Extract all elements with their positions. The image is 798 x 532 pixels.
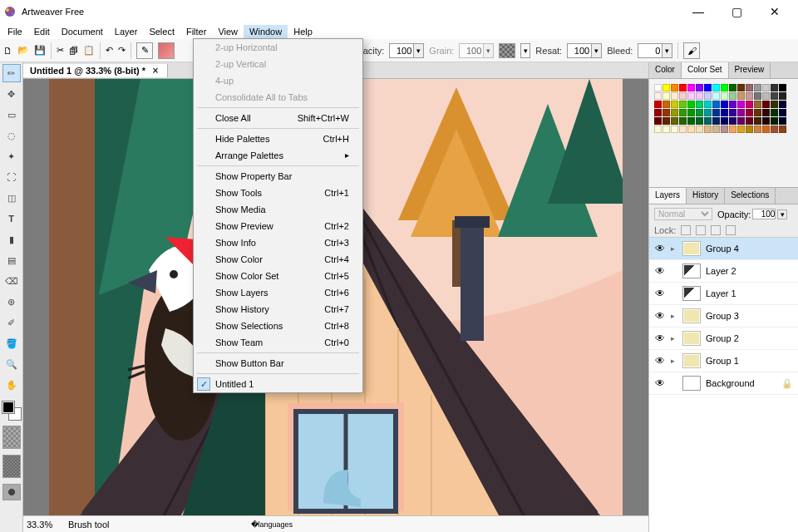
menu-layer[interactable]: Layer (109, 25, 144, 38)
color-swatch[interactable] (687, 126, 695, 133)
color-swatch[interactable] (754, 84, 761, 91)
color-swatch[interactable] (737, 92, 745, 100)
color-swatch[interactable] (746, 84, 753, 91)
color-swatch[interactable] (654, 126, 662, 133)
color-swatch[interactable] (671, 84, 678, 91)
document-tab[interactable]: Untitled 1 @ 33.3% (8-bit) * × (23, 64, 168, 77)
color-swatch[interactable] (679, 126, 687, 133)
color-swatch[interactable] (704, 109, 712, 116)
expand-icon[interactable]: ▸ (671, 312, 677, 320)
eraser-tool-icon[interactable]: ⌫ (2, 272, 21, 290)
layer-row[interactable]: 👁▸Group 4 (649, 238, 798, 260)
save-file-icon[interactable]: 💾 (34, 45, 46, 56)
color-set-grid[interactable] (649, 79, 798, 138)
brush-variant-icon[interactable] (158, 42, 175, 59)
color-swatch[interactable] (679, 101, 687, 108)
color-swatch[interactable] (663, 92, 670, 100)
tab-history[interactable]: History (687, 188, 725, 204)
layer-opacity-input[interactable] (752, 209, 776, 219)
menu-window[interactable]: Window (244, 25, 288, 38)
color-swatch[interactable] (679, 117, 687, 125)
color-swatch[interactable] (654, 117, 662, 125)
color-swatch[interactable] (663, 117, 670, 125)
menu-item[interactable]: Show Property Bar (194, 168, 362, 185)
open-file-icon[interactable]: 📂 (17, 45, 29, 56)
color-swatch[interactable] (721, 117, 728, 125)
texture-swatch[interactable] (499, 43, 515, 58)
redo-icon[interactable]: ↷ (118, 45, 126, 56)
color-swatch[interactable] (712, 101, 720, 108)
lock-transparency-icon[interactable] (681, 225, 691, 235)
color-swatch[interactable] (721, 84, 728, 91)
color-swatch[interactable] (762, 84, 770, 91)
color-swatch[interactable] (696, 92, 703, 100)
menu-item[interactable]: Hide PalettesCtrl+H (194, 131, 362, 147)
menu-file[interactable]: File (2, 25, 28, 38)
menu-item[interactable]: Show Media (194, 201, 362, 218)
menu-item[interactable]: Show TeamCtrl+0 (194, 334, 362, 351)
perspective-tool-icon[interactable]: ◫ (2, 189, 21, 207)
menu-view[interactable]: View (212, 25, 244, 38)
color-swatch[interactable] (762, 126, 770, 133)
visibility-icon[interactable]: 👁 (654, 265, 666, 277)
color-swatch[interactable] (679, 84, 687, 91)
menu-item[interactable]: Show SelectionsCtrl+8 (194, 318, 362, 334)
visibility-icon[interactable]: 👁 (654, 332, 666, 344)
color-swatch[interactable] (663, 109, 670, 116)
marquee-tool-icon[interactable]: ▭ (2, 106, 21, 124)
color-swatch[interactable] (663, 101, 670, 108)
brush-options-icon[interactable]: 🖌 (683, 42, 700, 59)
color-swatch[interactable] (704, 126, 712, 133)
color-swatch[interactable] (687, 92, 695, 100)
color-swatch[interactable] (737, 101, 745, 108)
lasso-tool-icon[interactable]: ◌ (2, 126, 21, 145)
color-swatch[interactable] (712, 84, 720, 91)
color-swatch[interactable] (771, 117, 778, 125)
menu-document[interactable]: Document (56, 25, 109, 38)
menu-item[interactable]: Show HistoryCtrl+7 (194, 301, 362, 318)
color-swatch[interactable] (771, 109, 778, 116)
color-swatch[interactable] (696, 101, 703, 108)
color-swatch[interactable] (771, 92, 778, 100)
brush-preview-icon[interactable]: ✎ (136, 42, 153, 59)
layer-row[interactable]: 👁Background🔒 (649, 372, 798, 395)
color-swatch[interactable] (671, 126, 678, 133)
menu-item[interactable]: Show Color SetCtrl+5 (194, 268, 362, 284)
new-file-icon[interactable]: 🗋 (3, 46, 12, 56)
color-swatch[interactable] (712, 117, 720, 125)
color-swatch[interactable] (704, 117, 712, 125)
visibility-icon[interactable]: 👁 (654, 377, 666, 389)
color-swatch[interactable] (779, 117, 786, 125)
color-swatch[interactable] (754, 92, 761, 100)
color-swatch[interactable] (737, 117, 745, 125)
layer-opacity-dropdown-icon[interactable]: ▾ (777, 209, 787, 219)
color-swatch[interactable] (712, 109, 720, 116)
tab-selections[interactable]: Selections (725, 188, 776, 204)
copy-icon[interactable]: 🗐 (69, 46, 78, 56)
status-zoom[interactable]: 33.3% (27, 520, 60, 530)
lock-all-icon[interactable] (726, 225, 736, 235)
color-swatch[interactable] (654, 84, 662, 91)
grain-input[interactable]: ▾ (459, 43, 494, 58)
color-swatch[interactable] (754, 101, 761, 108)
color-swatch[interactable] (762, 109, 770, 116)
color-swatch[interactable] (729, 101, 736, 108)
color-swatch[interactable] (737, 109, 745, 116)
menu-edit[interactable]: Edit (28, 25, 56, 38)
text-tool-icon[interactable]: T (2, 209, 21, 228)
visibility-icon[interactable]: 👁 (654, 310, 666, 322)
color-swatch[interactable] (754, 109, 761, 116)
color-swatch[interactable] (663, 126, 670, 133)
paper-texture-2[interactable] (2, 455, 21, 478)
color-swatch[interactable] (671, 117, 678, 125)
color-swatch[interactable] (771, 126, 778, 133)
color-swatch[interactable] (779, 109, 786, 116)
color-swatch[interactable] (687, 117, 695, 125)
color-swatch[interactable] (729, 84, 736, 91)
menu-item[interactable]: Show PreviewCtrl+2 (194, 218, 362, 234)
color-swatch[interactable] (754, 117, 761, 125)
resat-input[interactable]: ▾ (567, 43, 602, 58)
color-swatch[interactable] (712, 92, 720, 100)
color-swatch[interactable] (687, 109, 695, 116)
expand-icon[interactable]: ▸ (671, 244, 677, 253)
